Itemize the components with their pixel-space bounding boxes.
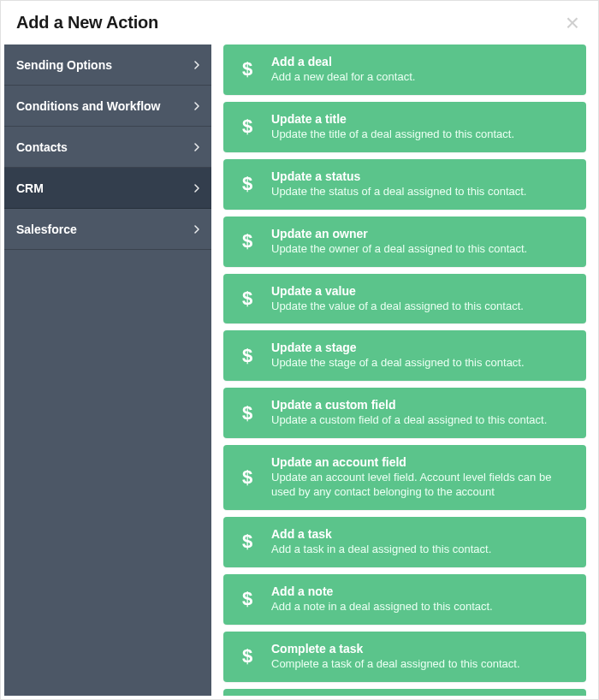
action-list: $Add a dealAdd a new deal for a contact.… <box>211 44 595 696</box>
action-card-update-an-account-field[interactable]: $Update an account fieldUpdate an accoun… <box>223 445 586 510</box>
action-text: Add a taskAdd a task in a deal assigned … <box>271 527 574 557</box>
action-card-update-a-title[interactable]: $Update a titleUpdate the title of a dea… <box>223 102 586 152</box>
action-description: Update an account level field. Account l… <box>271 471 574 500</box>
chevron-right-icon <box>194 102 199 110</box>
action-text: Update a stageUpdate the stage of a deal… <box>271 341 574 371</box>
action-title: Add a note <box>271 584 574 598</box>
action-text: Update a valueUpdate the value of a deal… <box>271 284 574 314</box>
dollar-icon: $ <box>235 173 259 195</box>
action-title: Update a value <box>271 284 574 298</box>
action-text: Complete a taskComplete a task of a deal… <box>271 642 574 672</box>
chevron-right-icon <box>194 184 199 193</box>
dollar-icon: $ <box>235 230 259 252</box>
sidebar-item-conditions-and-workflow[interactable]: Conditions and Workflow <box>4 86 211 127</box>
action-text: Update a custom fieldUpdate a custom fie… <box>271 398 574 428</box>
dollar-icon: $ <box>235 288 259 310</box>
action-text: Add a noteAdd a note in a deal assigned … <box>271 584 574 614</box>
action-card-add-a-note[interactable]: $Add a noteAdd a note in a deal assigned… <box>223 574 586 625</box>
modal-title: Add a New Action <box>16 13 158 33</box>
action-text: Update a statusUpdate the status of a de… <box>271 169 574 199</box>
dollar-icon: $ <box>235 466 259 489</box>
action-description: Update a custom field of a deal assigned… <box>271 413 574 428</box>
action-description: Update the stage of a deal assigned to t… <box>271 356 574 371</box>
modal-header: Add a New Action × <box>1 1 598 41</box>
dollar-icon: $ <box>235 588 259 610</box>
sidebar-item-label: Contacts <box>16 140 68 154</box>
action-description: Add a task in a deal assigned to this co… <box>271 543 574 557</box>
sidebar: Sending OptionsConditions and WorkflowCo… <box>4 44 211 696</box>
action-card-add-a-deal[interactable]: $Add a dealAdd a new deal for a contact. <box>223 44 586 95</box>
action-description: Update the title of a deal assigned to t… <box>271 128 574 142</box>
action-title: Complete a task <box>271 642 574 656</box>
sidebar-item-label: Conditions and Workflow <box>16 99 161 113</box>
action-title: Update a custom field <box>271 398 574 412</box>
dollar-icon: $ <box>235 402 259 424</box>
action-card-update-a-status[interactable]: $Update a statusUpdate the status of a d… <box>223 159 586 210</box>
action-title: Add a task <box>271 527 574 541</box>
action-card-update-a-stage[interactable]: $Update a stageUpdate the stage of a dea… <box>223 330 586 381</box>
dollar-icon: $ <box>235 58 259 80</box>
action-description: Update the owner of a deal assigned to t… <box>271 242 574 257</box>
close-icon[interactable]: × <box>562 15 583 32</box>
action-text: Add a dealAdd a new deal for a contact. <box>271 55 574 85</box>
action-text: Update an ownerUpdate the owner of a dea… <box>271 227 574 257</box>
action-text: Update an account fieldUpdate an account… <box>271 455 574 500</box>
action-title: Update a stage <box>271 341 574 354</box>
chevron-right-icon <box>194 143 199 151</box>
sidebar-item-label: CRM <box>16 181 44 195</box>
action-text: Update a titleUpdate the title of a deal… <box>271 112 574 142</box>
action-description: Complete a task of a deal assigned to th… <box>271 657 574 672</box>
action-card-adjust-a-deal-score[interactable]: $Adjust a deal scoreAdd or remove points… <box>223 689 586 696</box>
action-description: Update the value of a deal assigned to t… <box>271 300 574 314</box>
action-card-update-a-custom-field[interactable]: $Update a custom fieldUpdate a custom fi… <box>223 388 586 438</box>
sidebar-item-salesforce[interactable]: Salesforce <box>4 209 211 250</box>
dollar-icon: $ <box>235 645 259 667</box>
sidebar-item-contacts[interactable]: Contacts <box>4 127 211 168</box>
action-description: Add a note in a deal assigned to this co… <box>271 600 574 614</box>
action-card-update-a-value[interactable]: $Update a valueUpdate the value of a dea… <box>223 274 586 324</box>
sidebar-item-crm[interactable]: CRM <box>4 168 211 209</box>
add-action-modal: Add a New Action × Sending OptionsCondit… <box>0 0 599 700</box>
action-description: Update the status of a deal assigned to … <box>271 185 574 199</box>
sidebar-item-label: Sending Options <box>16 58 112 72</box>
sidebar-item-label: Salesforce <box>16 222 77 236</box>
action-title: Update an owner <box>271 227 574 240</box>
dollar-icon: $ <box>235 116 259 138</box>
modal-body: Sending OptionsConditions and WorkflowCo… <box>1 41 598 699</box>
action-title: Update an account field <box>271 455 574 469</box>
chevron-right-icon <box>194 225 199 234</box>
action-card-complete-a-task[interactable]: $Complete a taskComplete a task of a dea… <box>223 632 586 682</box>
action-title: Update a status <box>271 169 574 183</box>
dollar-icon: $ <box>235 531 259 553</box>
action-title: Add a deal <box>271 55 574 68</box>
action-card-update-an-owner[interactable]: $Update an ownerUpdate the owner of a de… <box>223 217 586 267</box>
action-description: Add a new deal for a contact. <box>271 70 574 85</box>
sidebar-item-sending-options[interactable]: Sending Options <box>4 44 211 86</box>
action-card-add-a-task[interactable]: $Add a taskAdd a task in a deal assigned… <box>223 517 586 567</box>
chevron-right-icon <box>194 61 199 69</box>
dollar-icon: $ <box>235 345 259 367</box>
action-title: Update a title <box>271 112 574 126</box>
